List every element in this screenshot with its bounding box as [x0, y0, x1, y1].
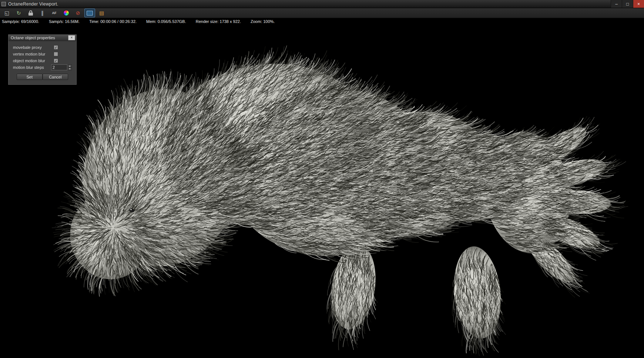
status-segment: Time: 00:00:06 / 00:26:32.	[89, 19, 137, 24]
lock-render-button[interactable]	[25, 9, 36, 17]
checkbox-object-motion-blur[interactable]: ✓	[54, 58, 58, 63]
property-row: object motion blur✓	[13, 57, 72, 64]
property-label: object motion blur	[13, 58, 54, 63]
property-row: vertex motion blur	[13, 51, 72, 57]
minimize-button[interactable]: –	[611, 0, 622, 8]
pause-render-icon: ∥	[41, 10, 44, 16]
property-label: motion blur steps	[13, 65, 51, 70]
dialog-body: movebale proxy✓vertex motion blurobject …	[9, 41, 76, 84]
status-segment: Mem: 0.056/5.537GB.	[146, 19, 186, 24]
checkbox-vertex-motion-blur[interactable]	[54, 52, 58, 56]
property-row: movebale proxy✓	[13, 44, 72, 51]
dialog-rows: movebale proxy✓vertex motion blurobject …	[13, 44, 72, 71]
octane-object-properties-dialog: Octane object properties × movebale prox…	[8, 34, 77, 85]
render-image[interactable]	[0, 24, 644, 358]
render-region-button[interactable]: ◱	[1, 9, 12, 17]
motion-blur-steps-input[interactable]	[51, 64, 67, 70]
toolbar: ◱↻∥AF⊘▤	[0, 8, 644, 18]
dialog-title-bar[interactable]: Octane object properties ×	[9, 35, 76, 41]
property-label: movebale proxy	[13, 45, 54, 50]
autofocus-button[interactable]: AF	[49, 9, 60, 17]
viewport-display-button[interactable]	[84, 9, 95, 17]
status-segment: Render size: 1738 x 922.	[196, 19, 241, 24]
clay-mode-icon: ⊘	[76, 10, 80, 16]
app-icon	[1, 2, 6, 6]
status-segment: Samp/pix: 69/16000.	[2, 19, 39, 24]
close-button[interactable]: ×	[633, 0, 644, 8]
maximize-button[interactable]: □	[622, 0, 633, 8]
autofocus-icon: AF	[52, 10, 57, 16]
dialog-buttons: SetCancel	[13, 74, 72, 80]
restart-render-button[interactable]: ↻	[13, 9, 24, 17]
clay-mode-button[interactable]: ⊘	[73, 9, 83, 17]
render-region-icon: ◱	[4, 10, 9, 16]
save-image-icon: ▤	[99, 10, 104, 16]
save-image-button[interactable]: ▤	[96, 9, 107, 17]
dialog-close-icon[interactable]: ×	[68, 35, 75, 40]
render-viewport[interactable]	[0, 24, 644, 358]
color-wheel-button[interactable]	[61, 9, 71, 17]
color-wheel-icon	[63, 10, 69, 16]
property-label: vertex motion blur	[13, 52, 54, 56]
restart-render-icon: ↻	[17, 10, 21, 16]
spinner-down-icon[interactable]: ▼	[68, 67, 72, 70]
status-segment: Zoom: 100%.	[251, 19, 275, 24]
status-segment: Samp/s: 16.56M.	[49, 19, 80, 24]
octane-render-window: OctaneRender Viewport. – □ × ◱↻∥AF⊘▤ Sam…	[0, 0, 644, 358]
lock-render-icon	[28, 10, 33, 16]
cancel-button[interactable]: Cancel	[43, 74, 68, 80]
window-title: OctaneRender Viewport.	[8, 1, 58, 7]
checkbox-movebale-proxy[interactable]: ✓	[54, 45, 58, 50]
viewport-display-icon	[87, 11, 93, 16]
pause-render-button[interactable]: ∥	[37, 9, 48, 17]
dialog-title: Octane object properties	[11, 36, 55, 40]
property-row: motion blur steps▲▼	[13, 64, 72, 71]
set-button[interactable]: Set	[17, 74, 43, 80]
window-controls: – □ ×	[611, 0, 644, 8]
spinner-up-icon[interactable]: ▲	[68, 64, 72, 67]
title-bar[interactable]: OctaneRender Viewport. – □ ×	[0, 0, 644, 8]
